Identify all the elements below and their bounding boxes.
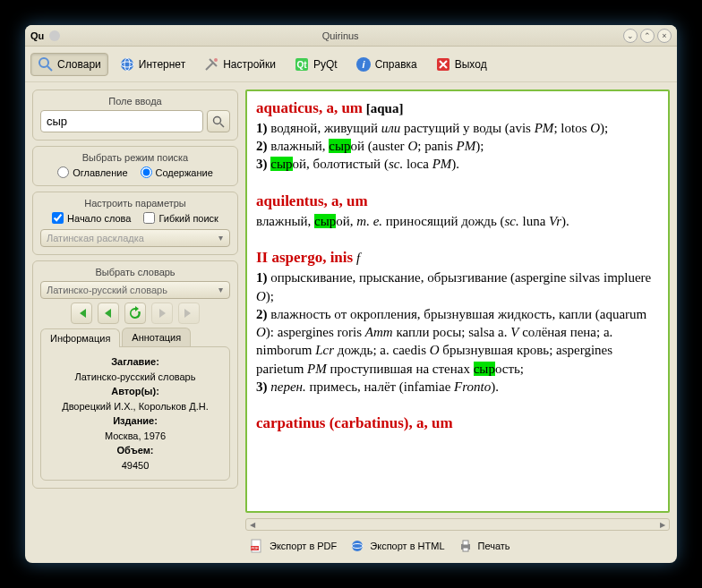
- export-row: PDF Экспорт в PDF Экспорт в HTML Печать: [245, 536, 670, 556]
- info-edition: Москва, 1976: [105, 430, 166, 441]
- svg-line-12: [220, 124, 224, 127]
- skip-last-icon: [183, 307, 195, 320]
- dict-frame: Выбрать словарь Латинско-русский словарь…: [32, 260, 238, 489]
- app-window: Qu Quirinus ⌄ ⌃ × Словари Интернет Настр…: [25, 25, 677, 563]
- search-frame: Поле ввода: [32, 89, 238, 141]
- scroll-right-icon[interactable]: ▶: [656, 519, 669, 530]
- toolbar-internet[interactable]: Интернет: [112, 53, 193, 76]
- nav-last-button[interactable]: [178, 303, 200, 324]
- radio-content[interactable]: Содержание: [141, 166, 213, 178]
- window-title: Quirinus: [60, 30, 621, 41]
- html-icon: [349, 538, 365, 554]
- toolbar-label: Настройки: [223, 58, 276, 71]
- tools-icon: [203, 56, 219, 72]
- export-label: Экспорт в PDF: [270, 541, 337, 551]
- left-panel: Поле ввода Выбрать режим поиска Оглавлен…: [32, 89, 238, 556]
- next-icon: [156, 307, 168, 320]
- dict-select[interactable]: Латинско-русский словарь: [40, 281, 230, 299]
- search-label: Поле ввода: [40, 96, 230, 107]
- mode-frame: Выбрать режим поиска Оглавление Содержан…: [32, 146, 238, 186]
- layout-select[interactable]: Латинская раскладка: [40, 229, 230, 247]
- svg-text:Qt: Qt: [296, 60, 307, 70]
- content-area: Поле ввода Выбрать режим поиска Оглавлен…: [25, 82, 677, 563]
- nav-reload-button[interactable]: [124, 303, 146, 324]
- maximize-button[interactable]: ⌃: [640, 29, 655, 43]
- qt-icon: Qt: [294, 56, 310, 72]
- scroll-left-icon[interactable]: ◀: [246, 519, 259, 530]
- info-title-label: Заглавие:: [111, 356, 159, 367]
- toolbar-settings[interactable]: Настройки: [196, 53, 283, 76]
- reload-icon: [128, 306, 142, 320]
- titlebar-spacer-icon: [49, 30, 60, 41]
- svg-point-11: [214, 116, 221, 124]
- search-button[interactable]: [207, 110, 230, 132]
- svg-point-2: [121, 58, 133, 71]
- toolbar-help[interactable]: i Справка: [348, 53, 424, 76]
- params-label: Настроить параметры: [40, 198, 230, 209]
- svg-rect-19: [463, 541, 468, 545]
- info-title: Латинско-русский словарь: [75, 371, 196, 382]
- info-content: Заглавие: Латинско-русский словарь Автор…: [40, 346, 230, 481]
- params-frame: Настроить параметры Начало слова Гибкий …: [32, 192, 238, 255]
- hscrollbar[interactable]: ◀ ▶: [245, 518, 670, 531]
- svg-point-16: [352, 541, 363, 551]
- tab-annot[interactable]: Аннотация: [122, 328, 191, 346]
- tab-info[interactable]: Информация: [40, 328, 120, 347]
- toolbar-exit[interactable]: Выход: [428, 53, 494, 76]
- export-label: Печать: [478, 541, 510, 551]
- check-wordstart[interactable]: Начало слова: [52, 212, 131, 224]
- titlebar: Qu Quirinus ⌄ ⌃ ×: [25, 25, 677, 47]
- svg-text:PDF: PDF: [252, 546, 260, 550]
- toolbar-pyqt[interactable]: Qt PyQt: [287, 53, 345, 76]
- toolbar-label: Интернет: [139, 58, 185, 71]
- toolbar-label: PyQt: [313, 58, 338, 71]
- print-button[interactable]: Печать: [458, 538, 510, 554]
- info-volume-label: Объем:: [117, 445, 154, 456]
- toolbar-dictionaries[interactable]: Словари: [30, 53, 108, 76]
- close-button[interactable]: ×: [657, 29, 672, 43]
- magnifier-icon: [38, 56, 54, 72]
- toolbar-label: Выход: [455, 58, 487, 71]
- dict-label: Выбрать словарь: [40, 267, 230, 277]
- info-authors: Дворецкий И.Х., Корольков Д.Н.: [62, 401, 209, 412]
- info-authors-label: Автор(ы):: [111, 386, 159, 396]
- magnifier-icon: [212, 115, 225, 128]
- check-fuzzy[interactable]: Гибкий поиск: [143, 212, 218, 224]
- right-panel: aquaticus, a, um [aqua]1) водяной, живущ…: [245, 89, 670, 556]
- prev-icon: [102, 307, 115, 320]
- mode-label: Выбрать режим поиска: [40, 152, 230, 163]
- info-edition-label: Издание:: [113, 415, 158, 426]
- exit-icon: [435, 56, 451, 72]
- info-volume: 49450: [122, 460, 150, 471]
- skip-first-icon: [75, 307, 88, 320]
- minimize-button[interactable]: ⌄: [623, 29, 638, 43]
- pdf-icon: PDF: [249, 538, 265, 554]
- svg-point-0: [39, 58, 48, 67]
- nav-first-button[interactable]: [71, 303, 92, 324]
- export-label: Экспорт в HTML: [370, 541, 444, 551]
- printer-icon: [458, 538, 474, 554]
- export-html-button[interactable]: Экспорт в HTML: [349, 538, 444, 554]
- nav-prev-button[interactable]: [98, 303, 119, 324]
- toolbar: Словари Интернет Настройки Qt PyQt i Спр…: [25, 47, 677, 82]
- info-icon: i: [355, 56, 372, 72]
- nav-next-button[interactable]: [151, 303, 173, 324]
- globe-icon: [119, 56, 135, 72]
- export-pdf-button[interactable]: PDF Экспорт в PDF: [249, 538, 337, 554]
- svg-line-1: [47, 66, 52, 71]
- svg-point-5: [214, 58, 218, 62]
- search-input[interactable]: [40, 110, 203, 132]
- app-logo: Qu: [30, 30, 44, 41]
- results-pane[interactable]: aquaticus, a, um [aqua]1) водяной, живущ…: [245, 89, 670, 513]
- toolbar-label: Справка: [375, 58, 417, 71]
- toolbar-label: Словари: [57, 58, 101, 71]
- radio-toc[interactable]: Оглавление: [57, 166, 127, 178]
- svg-rect-20: [463, 548, 468, 551]
